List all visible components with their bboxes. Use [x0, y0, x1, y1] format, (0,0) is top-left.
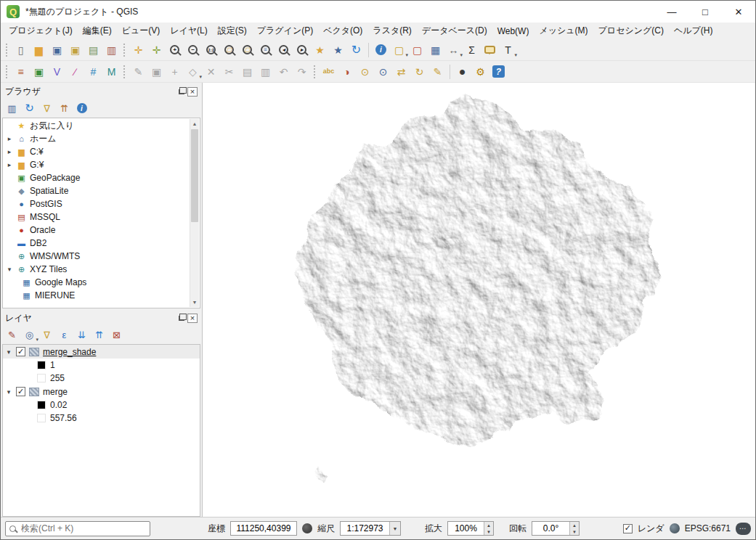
- zoom-full-button[interactable]: ▢: [220, 41, 238, 59]
- crs-status[interactable]: EPSG:6671: [685, 523, 731, 533]
- pin-labels-button[interactable]: ⊙: [356, 62, 374, 81]
- identify-features-button[interactable]: i: [372, 41, 390, 59]
- copy-features-button[interactable]: ▤: [238, 62, 256, 81]
- layer-diagram-button[interactable]: ◑: [338, 62, 356, 81]
- menu-project[interactable]: プロジェクト(J): [4, 22, 78, 39]
- layer-item-merge-shade[interactable]: ▾ merge_shade: [3, 345, 200, 359]
- browser-item-xyz-tiles[interactable]: ▾⊕XYZ Tiles: [4, 263, 190, 276]
- scale-input[interactable]: [341, 522, 389, 535]
- refresh-browser-button[interactable]: ↻: [21, 100, 38, 117]
- zoom-next-button[interactable]: ▸: [293, 41, 311, 59]
- zoom-in-button[interactable]: +: [166, 41, 184, 59]
- manage-map-themes-button[interactable]: ◎: [21, 327, 38, 343]
- toggle-editing-button[interactable]: ✎: [129, 62, 147, 81]
- browser-properties-button[interactable]: i: [73, 100, 90, 117]
- add-feature-button[interactable]: +: [166, 62, 184, 81]
- magnifier-spinner[interactable]: ▲▼: [484, 522, 493, 535]
- scale-dropdown-icon[interactable]: ▼: [389, 522, 400, 535]
- minimize-button[interactable]: —: [655, 1, 688, 22]
- browser-item-wms[interactable]: ⊕WMS/WMTS: [4, 250, 190, 263]
- pan-to-selection-button[interactable]: ✛: [147, 41, 166, 59]
- browser-item-home[interactable]: ▸⌂ホーム: [4, 132, 190, 145]
- map-canvas[interactable]: [202, 83, 755, 517]
- browser-item-geopackage[interactable]: ▣GeoPackage: [4, 171, 190, 184]
- new-bookmark-button[interactable]: ★: [311, 41, 329, 59]
- messages-bubble-icon[interactable]: [736, 523, 751, 535]
- menu-raster[interactable]: ラスタ(R): [367, 22, 417, 39]
- browser-item-oracle[interactable]: ●Oracle: [4, 224, 190, 237]
- menu-view[interactable]: ビュー(V): [117, 22, 166, 39]
- zoom-native-button[interactable]: 1:1: [202, 41, 220, 59]
- browser-item-c-drive[interactable]: ▸▆C:¥: [4, 145, 190, 158]
- redo-button[interactable]: ↷: [293, 62, 311, 81]
- browser-item-mierune[interactable]: ▦MIERUNE: [4, 289, 190, 302]
- measure-button[interactable]: ↔: [444, 41, 463, 59]
- browser-item-favorites[interactable]: ★お気に入り: [4, 119, 190, 132]
- zoom-last-button[interactable]: ◂: [275, 41, 293, 59]
- highlight-pinned-labels-button[interactable]: ⊙: [374, 62, 392, 81]
- vertex-tool-button[interactable]: ◇: [184, 62, 202, 81]
- rotation-input[interactable]: [532, 522, 569, 535]
- filter-legend-button[interactable]: ∇: [38, 327, 55, 343]
- remove-layer-button[interactable]: ⊠: [108, 327, 125, 343]
- new-text-annotation-button[interactable]: T: [499, 41, 517, 59]
- new-virtual-layer-button[interactable]: V: [48, 62, 66, 81]
- menu-plugins[interactable]: プラグイン(P): [252, 22, 318, 39]
- zoom-to-layer-button[interactable]: ≡: [256, 41, 275, 59]
- paste-features-button[interactable]: ▥: [256, 62, 275, 81]
- toolbar-grip[interactable]: [314, 65, 317, 78]
- delete-selected-button[interactable]: ✕: [202, 62, 220, 81]
- save-project-as-button[interactable]: ▣: [66, 41, 84, 59]
- deselect-features-button[interactable]: ▢: [408, 41, 426, 59]
- menu-layer[interactable]: レイヤ(L): [165, 22, 213, 39]
- search-input[interactable]: [20, 523, 146, 534]
- scroll-down-icon[interactable]: ▼: [190, 298, 199, 307]
- refresh-map-button[interactable]: ↻: [347, 41, 365, 59]
- open-layer-styling-button[interactable]: ✎: [4, 327, 20, 343]
- collapse-all-layers-button[interactable]: ⇈: [91, 327, 107, 343]
- zoom-out-button[interactable]: −: [184, 41, 202, 59]
- browser-item-spatialite[interactable]: ◆SpatiaLite: [4, 184, 190, 197]
- select-features-button[interactable]: ▢: [390, 41, 408, 59]
- toolbar-grip[interactable]: [6, 44, 9, 57]
- magnifier-input[interactable]: [448, 522, 484, 535]
- processing-toolbox-button[interactable]: ⚙: [471, 62, 489, 81]
- render-checkbox[interactable]: [623, 524, 633, 533]
- data-source-manager-button[interactable]: ≡: [12, 62, 30, 81]
- menu-web[interactable]: Web(W): [492, 24, 535, 38]
- help-contents-button[interactable]: ?: [489, 62, 508, 81]
- layer-visibility-checkbox[interactable]: [16, 347, 25, 356]
- toggle-extents-icon[interactable]: [302, 523, 312, 533]
- menu-settings[interactable]: 設定(S): [213, 22, 252, 39]
- open-attribute-table-button[interactable]: ▦: [426, 41, 444, 59]
- close-button[interactable]: ✕: [722, 1, 755, 22]
- layers-float-button[interactable]: [176, 314, 187, 324]
- osm-place-search-button[interactable]: ●: [453, 62, 471, 81]
- save-layer-edits-button[interactable]: ▣: [147, 62, 166, 81]
- rotate-label-button[interactable]: ↻: [410, 62, 428, 81]
- new-geopackage-layer-button[interactable]: ▣: [30, 62, 48, 81]
- magnifier-combo[interactable]: ▲▼: [447, 521, 494, 536]
- map-tips-button[interactable]: [481, 41, 499, 59]
- layers-close-button[interactable]: ×: [187, 314, 198, 323]
- coordinate-input[interactable]: [230, 521, 297, 536]
- scrollbar-thumb[interactable]: [191, 129, 198, 222]
- move-label-button[interactable]: ⇄: [392, 62, 410, 81]
- new-scratch-layer-button[interactable]: #: [84, 62, 102, 81]
- statistical-summary-button[interactable]: Σ: [463, 41, 481, 59]
- zoom-to-selection-button[interactable]: ▢: [238, 41, 256, 59]
- browser-float-button[interactable]: [176, 87, 187, 97]
- expand-all-layers-button[interactable]: ⇊: [73, 327, 90, 343]
- menu-database[interactable]: データベース(D): [417, 22, 492, 39]
- collapse-all-button[interactable]: ⇈: [56, 100, 73, 117]
- layer-item-merge[interactable]: ▾ merge: [3, 385, 200, 398]
- maximize-button[interactable]: □: [688, 1, 722, 22]
- rotation-spinbox[interactable]: ▲▼: [532, 521, 580, 536]
- toolbar-grip[interactable]: [123, 44, 126, 57]
- open-project-button[interactable]: ▆: [30, 41, 48, 59]
- browser-close-button[interactable]: ×: [187, 87, 198, 97]
- browser-item-db2[interactable]: ▬DB2: [4, 237, 190, 250]
- menu-mesh[interactable]: メッシュ(M): [534, 22, 593, 39]
- undo-button[interactable]: ↶: [275, 62, 293, 81]
- menu-edit[interactable]: 編集(E): [78, 22, 117, 39]
